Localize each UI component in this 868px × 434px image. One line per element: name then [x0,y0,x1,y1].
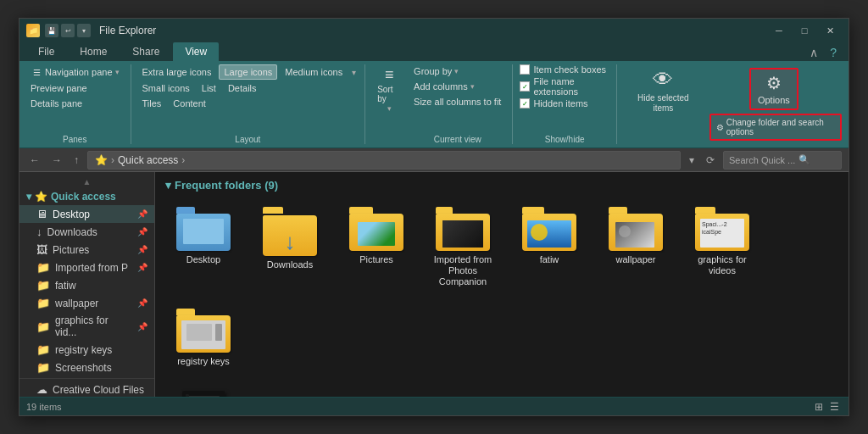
sidebar-separator [19,378,154,379]
black-book-folder-icon [176,391,231,397]
list-btn[interactable]: List [198,81,220,95]
folder-fatiw[interactable]: fatiw [511,202,587,293]
quick-dropdown-btn[interactable]: ▾ [77,24,91,37]
file-extensions-checkbox[interactable]: ✓ [520,81,530,92]
search-box[interactable]: Search Quick ... 🔍 [723,151,842,170]
item-check-boxes-toggle[interactable]: Item check boxes [520,64,609,75]
large-icons-btn[interactable]: Large icons [219,64,277,80]
pin-icon: 📌 [137,209,147,219]
folder-black-book[interactable] [165,386,242,397]
sidebar-item-fatiw[interactable]: 📁 fatiw [19,276,154,294]
details-view-btn[interactable]: ☰ [827,400,842,414]
imported-folder-icon [436,207,490,251]
layout-row2: Small icons List Details [138,81,359,95]
folder-pictures[interactable]: Pictures [338,202,415,293]
address-path[interactable]: ⭐ › Quick access › [87,151,681,170]
layout-row3: Tiles Content [138,97,359,110]
hidden-items-toggle[interactable]: ✓ Hidden items [520,98,609,108]
folder-wallpaper[interactable]: wallpaper [598,202,674,293]
folder-registry[interactable]: registry keys [165,303,242,372]
ribbon-group-panes: ☰ Navigation pane ▾ Preview pane Details… [26,64,131,144]
forward-btn[interactable]: → [48,153,65,168]
size-columns-btn[interactable]: Size all columns to fit [409,95,505,108]
folder-downloads[interactable]: ↓ Downloads [252,202,328,293]
sidebar-item-desktop[interactable]: 🖥 Desktop 📌 [19,205,154,223]
add-columns-btn[interactable]: Add columns ▾ [409,80,505,93]
sidebar-item-registry[interactable]: 📁 registry keys [19,341,154,359]
change-folder-btn[interactable]: ⚙ Change folder and search options [709,114,842,141]
layout-expand-btn[interactable]: ▾ [350,68,358,77]
sort-icon: ≡ [385,66,394,84]
folder-graphics[interactable]: Spaci...-2icalSpe graphics for videos [684,202,760,293]
preview-pane-btn[interactable]: Preview pane [26,81,92,95]
minimize-button[interactable]: ─ [767,22,791,39]
pin-icon-6: 📌 [137,322,147,331]
section-title: ▾ Frequent folders (9) [165,179,838,192]
help-btn[interactable]: ? [825,44,842,61]
layout-label: Layout [138,131,359,144]
current-view-label: Current view [409,131,505,144]
sidebar-item-graphics[interactable]: 📁 graphics for vid... 📌 [19,312,154,341]
ribbon-group-layout: Extra large icons Large icons Medium ico… [138,64,366,144]
tab-home[interactable]: Home [68,42,119,61]
quick-undo-btn[interactable]: ↩ [61,24,75,37]
search-icon: 🔍 [798,154,810,165]
wallpaper-folder-label: wallpaper [615,254,655,265]
file-area: ▾ Frequent folders (9) Desktop [155,172,849,397]
refresh-btn[interactable]: ⟳ [703,153,718,168]
expand-icon: ▾ [26,191,31,203]
details-btn[interactable]: Details [224,81,261,95]
sidebar-item-imported[interactable]: 📁 Imported from P 📌 [19,259,154,276]
maximize-button[interactable]: □ [793,22,816,39]
hide-selected-btn[interactable]: 👁 Hide selected items [624,64,703,144]
address-dropdown-btn[interactable]: ▾ [686,153,698,168]
sidebar-item-wallpaper[interactable]: 📁 wallpaper 📌 [19,294,154,312]
sidebar-scroll-up[interactable]: ▲ [19,175,154,188]
details-pane-btn[interactable]: Details pane [26,97,86,110]
ribbon-collapse-btn[interactable]: ∧ [804,44,823,61]
downloads-folder-icon: ↓ [263,207,317,256]
back-btn[interactable]: ← [26,153,43,168]
options-button[interactable]: ⚙ Options [749,68,798,110]
tab-file[interactable]: File [26,42,66,61]
hidden-items-checkbox[interactable]: ✓ [520,98,530,108]
imported-folder-label: Imported from Photos Companion [430,254,496,288]
file-extensions-toggle[interactable]: ✓ File name extensions [520,76,609,97]
extra-large-icons-btn[interactable]: Extra large icons [138,65,216,79]
sidebar-item-screenshots[interactable]: 📁 Screenshots [19,359,154,376]
up-btn[interactable]: ↑ [70,153,82,168]
folder-grid-2 [165,386,838,397]
quick-save-btn[interactable]: 💾 [45,24,58,37]
sidebar-item-creative-cloud[interactable]: ☁ Creative Cloud Files [19,381,154,397]
tab-view[interactable]: View [173,42,219,61]
downloads-icon: ↓ [36,225,42,238]
nav-pane-btn[interactable]: ☰ Navigation pane ▾ [26,64,124,80]
sort-by-btn[interactable]: ≡ Sort by ▾ [372,64,406,144]
item-check-boxes-checkbox[interactable] [520,64,530,75]
content-btn[interactable]: Content [169,97,210,110]
pictures-folder-icon [349,207,403,251]
large-icon-view-btn[interactable]: ⊞ [812,400,826,414]
sidebar-item-downloads[interactable]: ↓ Downloads 📌 [19,223,154,241]
sidebar: ▲ ▾ ⭐ Quick access 🖥 Desktop 📌 ↓ Downloa… [19,172,155,397]
tiles-btn[interactable]: Tiles [138,97,166,110]
address-bar: ← → ↑ ⭐ › Quick access › ▾ ⟳ Search Quic… [19,148,849,172]
close-button[interactable]: ✕ [818,22,842,39]
desktop-folder-icon [176,207,231,251]
medium-icons-btn[interactable]: Medium icons [281,65,347,79]
tab-share[interactable]: Share [120,42,171,61]
panes-label: Panes [26,131,124,144]
ribbon-group-show-hide: Item check boxes ✓ File name extensions … [520,64,617,144]
sidebar-quick-access[interactable]: ▾ ⭐ Quick access [19,188,154,205]
creative-cloud-icon: ☁ [36,383,47,396]
ribbon: ☰ Navigation pane ▾ Preview pane Details… [19,61,849,148]
group-by-btn[interactable]: Group by ▾ [409,64,505,78]
graphics-folder-label: graphics for videos [689,254,755,276]
panes-row2: Preview pane [26,81,124,95]
sidebar-item-pictures[interactable]: 🖼 Pictures 📌 [19,241,154,259]
pictures-icon: 🖼 [36,243,47,256]
small-icons-btn[interactable]: Small icons [138,81,194,95]
folder-desktop[interactable]: Desktop [165,202,242,293]
folder-imported[interactable]: Imported from Photos Companion [425,202,501,293]
graphics-icon: 📁 [36,320,50,333]
